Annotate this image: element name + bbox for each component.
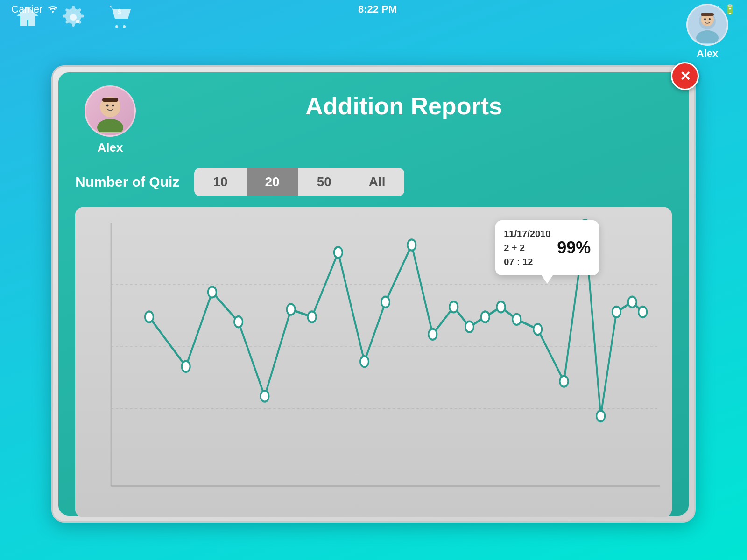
svg-point-35 <box>497 301 505 312</box>
svg-rect-14 <box>102 98 118 102</box>
shop-icon[interactable]: $ <box>106 4 134 36</box>
svg-point-33 <box>465 322 474 332</box>
svg-point-13 <box>112 105 114 107</box>
svg-point-24 <box>261 391 269 401</box>
quiz-row: Number of Quiz 10 20 50 All <box>75 168 672 196</box>
svg-point-7 <box>704 18 706 20</box>
svg-point-40 <box>612 307 620 317</box>
tooltip-percent: 99% <box>557 238 591 258</box>
modal-overlay: ✕ Alex Addition Reports <box>51 65 696 523</box>
top-user-name: Alex <box>697 48 718 60</box>
quiz-option-20[interactable]: 20 <box>247 168 298 196</box>
svg-point-22 <box>208 287 216 297</box>
top-user: Alex <box>686 4 728 60</box>
svg-point-42 <box>639 307 647 317</box>
svg-point-31 <box>429 329 437 340</box>
svg-point-27 <box>334 247 342 258</box>
svg-rect-9 <box>701 13 714 16</box>
modal-user-name: Alex <box>98 140 123 155</box>
quiz-selector: 10 20 50 All <box>194 168 404 196</box>
svg-point-28 <box>360 356 369 367</box>
svg-point-25 <box>287 304 295 315</box>
modal-header: Alex Addition Reports <box>75 85 672 155</box>
quiz-option-all[interactable]: All <box>350 168 404 196</box>
svg-point-8 <box>709 18 711 20</box>
svg-text:$: $ <box>118 8 121 15</box>
svg-point-30 <box>408 239 416 250</box>
modal-avatar <box>85 85 136 137</box>
top-user-avatar <box>686 4 728 46</box>
svg-point-32 <box>450 301 458 312</box>
svg-point-26 <box>308 311 316 322</box>
modal-title: Addition Reports <box>136 85 672 120</box>
svg-point-36 <box>513 314 521 325</box>
tooltip-time: 07 : 12 <box>504 255 550 269</box>
quiz-label: Number of Quiz <box>75 174 179 190</box>
svg-point-6 <box>696 30 719 43</box>
time-display: 8:22 PM <box>358 3 397 15</box>
tooltip-info: 11/17/2010 2 + 2 07 : 12 <box>504 227 550 269</box>
svg-point-34 <box>481 311 489 322</box>
tooltip-date: 11/17/2010 <box>504 227 550 241</box>
svg-point-38 <box>560 376 568 387</box>
svg-point-37 <box>534 324 542 335</box>
close-button[interactable]: ✕ <box>671 62 699 90</box>
svg-point-39 <box>597 411 605 421</box>
svg-point-20 <box>145 311 154 322</box>
settings-icon[interactable] <box>60 4 87 36</box>
top-nav: $ <box>14 4 134 36</box>
modal-user-info: Alex <box>85 85 136 155</box>
chart-area: 11/17/2010 2 + 2 07 : 12 99% <box>75 207 672 517</box>
tooltip-equation: 2 + 2 <box>504 241 550 255</box>
svg-point-11 <box>97 119 123 132</box>
home-icon[interactable] <box>14 4 41 36</box>
data-tooltip: 11/17/2010 2 + 2 07 : 12 99% <box>495 220 599 275</box>
svg-point-23 <box>234 316 243 327</box>
quiz-option-50[interactable]: 50 <box>298 168 350 196</box>
modal-inner: ✕ Alex Addition Reports <box>58 72 689 516</box>
svg-point-41 <box>628 297 636 308</box>
svg-point-21 <box>182 361 190 372</box>
quiz-option-10[interactable]: 10 <box>194 168 246 196</box>
svg-point-29 <box>381 297 390 308</box>
svg-point-2 <box>76 20 79 23</box>
svg-point-12 <box>106 105 109 107</box>
